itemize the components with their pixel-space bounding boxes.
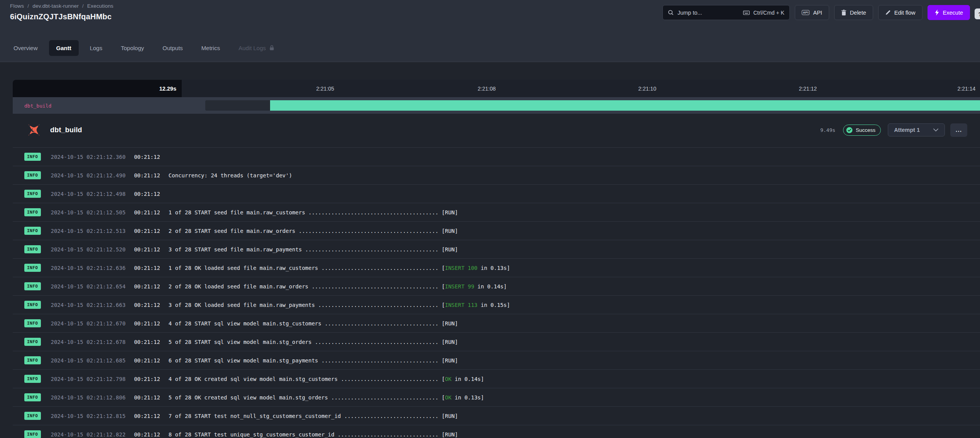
- log-message: 3 of 28 START seed file main.raw_payment…: [169, 246, 458, 253]
- log-row: INFO2024-10-15 02:21:12.65400:21:122 of …: [13, 277, 980, 295]
- gantt-tab-content: 12.29s 2:21:052:21:082:21:102:21:122:21:…: [0, 62, 980, 438]
- log-level-badge: INFO: [24, 171, 41, 179]
- log-timestamp: 2024-10-15 02:21:12.678: [51, 339, 126, 345]
- api-icon: API: [802, 10, 810, 15]
- chevron-down-icon: [933, 128, 939, 132]
- log-message-highlight: INSERT 99: [445, 283, 474, 290]
- log-message: 1 of 28 START seed file main.raw_custome…: [169, 209, 458, 216]
- log-row: INFO2024-10-15 02:21:12.66300:21:123 of …: [13, 295, 980, 314]
- top-bar-left: Flows/dev.dbt-task-runner/Executions 6iQ…: [10, 3, 113, 34]
- log-level-badge: INFO: [24, 208, 41, 216]
- log-level-badge: INFO: [24, 227, 41, 235]
- log-message-text: 2 of 28 START seed file main.raw_orders …: [169, 228, 458, 234]
- log-relative-time: 00:21:12: [134, 339, 160, 345]
- log-message: 2 of 28 OK loaded seed file main.raw_ord…: [169, 283, 507, 290]
- log-list: INFO2024-10-15 02:21:12.36000:21:12INFO2…: [0, 147, 980, 438]
- help-button[interactable]: ?: [975, 8, 980, 19]
- log-row: INFO2024-10-15 02:21:12.49800:21:12: [13, 184, 980, 203]
- log-message-text: in 0.14s]: [451, 376, 484, 382]
- log-timestamp: 2024-10-15 02:21:12.822: [51, 431, 126, 438]
- delete-button-label: Delete: [850, 10, 866, 16]
- log-timestamp: 2024-10-15 02:21:12.505: [51, 209, 126, 216]
- log-row: INFO2024-10-15 02:21:12.52000:21:123 of …: [13, 240, 980, 258]
- log-level-badge: INFO: [24, 264, 41, 272]
- log-message-text: 1 of 28 OK loaded seed file main.raw_cus…: [169, 265, 445, 271]
- gantt-time-tick: 2:21:08: [478, 86, 496, 92]
- check-circle-icon: [846, 127, 853, 133]
- tab-outputs[interactable]: Outputs: [155, 40, 190, 56]
- tab-label: Audit Logs: [238, 45, 266, 51]
- log-relative-time: 00:21:12: [134, 154, 160, 160]
- attempt-dropdown-value: Attempt 1: [894, 127, 920, 133]
- tab-topology[interactable]: Topology: [113, 40, 151, 56]
- log-timestamp: 2024-10-15 02:21:12.670: [51, 320, 126, 327]
- breadcrumb-separator: /: [27, 3, 29, 9]
- breadcrumb: Flows/dev.dbt-task-runner/Executions: [10, 3, 113, 9]
- task-name: dbt_build: [50, 126, 82, 134]
- tab-audit-logs: Audit Logs: [231, 40, 282, 56]
- log-message: 5 of 28 START sql view model main.stg_or…: [169, 339, 458, 345]
- api-button-label: API: [813, 10, 822, 16]
- log-timestamp: 2024-10-15 02:21:12.663: [51, 302, 126, 308]
- tab-gantt[interactable]: Gantt: [49, 40, 79, 56]
- log-relative-time: 00:21:12: [134, 394, 160, 401]
- log-row: INFO2024-10-15 02:21:12.81500:21:127 of …: [13, 406, 980, 425]
- gantt-time-tick: 2:21:14: [958, 86, 976, 92]
- tab-label: Topology: [121, 45, 144, 51]
- execute-button[interactable]: Execute: [928, 5, 970, 20]
- delete-button[interactable]: Delete: [834, 5, 873, 20]
- log-relative-time: 00:21:12: [134, 283, 160, 290]
- log-message: Concurrency: 24 threads (target='dev'): [169, 172, 292, 179]
- search-icon: [668, 10, 674, 15]
- log-row: INFO2024-10-15 02:21:12.67000:21:124 of …: [13, 314, 980, 332]
- log-level-badge: INFO: [24, 153, 41, 161]
- tab-logs[interactable]: Logs: [83, 40, 110, 56]
- log-message: 3 of 28 OK loaded seed file main.raw_pay…: [169, 302, 510, 308]
- log-relative-time: 00:21:12: [134, 431, 160, 438]
- log-row: INFO2024-10-15 02:21:12.67800:21:125 of …: [13, 332, 980, 351]
- gantt-bar-running[interactable]: [270, 100, 980, 111]
- execute-button-label: Execute: [943, 10, 963, 16]
- log-message-text: 4 of 28 OK created sql view model main.s…: [169, 376, 445, 382]
- log-message-text: 1 of 28 START seed file main.raw_custome…: [169, 209, 458, 216]
- log-message-text: 6 of 28 START sql view model main.stg_pa…: [169, 357, 458, 364]
- status-badge-label: Success: [856, 127, 875, 133]
- more-options-button[interactable]: ...: [950, 123, 967, 137]
- gantt-task-row[interactable]: dbt_build: [13, 97, 980, 114]
- log-relative-time: 00:21:12: [134, 209, 160, 216]
- log-message: 1 of 28 OK loaded seed file main.raw_cus…: [169, 265, 510, 271]
- log-timestamp: 2024-10-15 02:21:12.498: [51, 191, 126, 197]
- lock-icon: [269, 45, 274, 51]
- log-level-badge: INFO: [24, 282, 41, 290]
- tab-label: Metrics: [201, 45, 220, 51]
- log-message-highlight: OK: [445, 394, 451, 401]
- attempt-dropdown[interactable]: Attempt 1: [888, 123, 945, 136]
- log-relative-time: 00:21:12: [134, 265, 160, 271]
- log-row: INFO2024-10-15 02:21:12.82200:21:128 of …: [13, 425, 980, 438]
- tab-label: Overview: [14, 45, 38, 51]
- tab-metrics[interactable]: Metrics: [194, 40, 227, 56]
- edit-flow-button[interactable]: Edit flow: [878, 5, 923, 20]
- breadcrumb-item-flows[interactable]: Flows: [10, 3, 24, 9]
- log-message-text: 3 of 28 START seed file main.raw_payment…: [169, 246, 458, 253]
- gantt-bar-created[interactable]: [205, 100, 270, 111]
- breadcrumb-item-dev-dbt-task-runner[interactable]: dev.dbt-task-runner: [32, 3, 79, 9]
- gantt-total-duration: 12.29s: [13, 80, 182, 97]
- log-row: INFO2024-10-15 02:21:12.51300:21:122 of …: [13, 221, 980, 240]
- log-timestamp: 2024-10-15 02:21:12.636: [51, 265, 126, 271]
- api-button[interactable]: API API: [795, 5, 829, 20]
- log-relative-time: 00:21:12: [134, 172, 160, 179]
- tab-overview[interactable]: Overview: [6, 40, 45, 56]
- gantt-timeline-header: 12.29s 2:21:052:21:082:21:102:21:122:21:…: [13, 80, 980, 97]
- task-detail-header: dbt_build 9.49s Success Attempt 1 ...: [0, 119, 980, 141]
- log-timestamp: 2024-10-15 02:21:12.513: [51, 228, 126, 234]
- tab-label: Logs: [90, 45, 103, 51]
- breadcrumb-separator: /: [82, 3, 84, 9]
- status-badge: Success: [843, 125, 881, 136]
- log-relative-time: 00:21:12: [134, 302, 160, 308]
- log-message-text: 5 of 28 OK created sql view model main.s…: [169, 394, 445, 401]
- breadcrumb-item-executions[interactable]: Executions: [87, 3, 113, 9]
- search-placeholder: Jump to...: [678, 10, 702, 16]
- jump-to-search[interactable]: Jump to... Ctrl/Cmd + K: [662, 5, 790, 20]
- log-message-text: 2 of 28 OK loaded seed file main.raw_ord…: [169, 283, 445, 290]
